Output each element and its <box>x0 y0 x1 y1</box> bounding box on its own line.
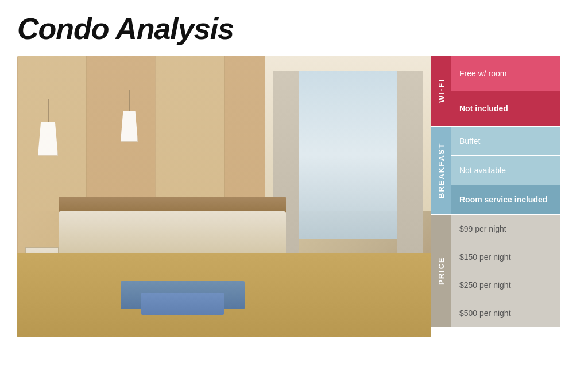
wifi-option-not-included[interactable]: Not included <box>451 91 560 126</box>
price-group: PRICE $99 per night $150 per night $250 … <box>431 215 560 327</box>
wifi-group: WI-FI Free w/ room Not included <box>431 56 560 126</box>
room-image <box>17 56 431 337</box>
breakfast-options: Buffet Not available Room service includ… <box>451 127 560 214</box>
bench <box>141 292 224 315</box>
price-option-500[interactable]: $500 per night <box>451 299 560 327</box>
breakfast-option-buffet[interactable]: Buffet <box>451 127 560 155</box>
price-option-250[interactable]: $250 per night <box>451 271 560 299</box>
price-options: $99 per night $150 per night $250 per ni… <box>451 215 560 327</box>
price-option-150[interactable]: $150 per night <box>451 243 560 271</box>
breakfast-group: BREAKFAST Buffet Not available Room serv… <box>431 127 560 214</box>
sidebar: WI-FI Free w/ room Not included BREAKFAS… <box>431 56 560 337</box>
wifi-options: Free w/ room Not included <box>451 56 560 126</box>
wifi-label: WI-FI <box>431 56 451 126</box>
breakfast-label: BREAKFAST <box>431 127 451 214</box>
curtains-right <box>397 71 422 267</box>
content-area: WI-FI Free w/ room Not included BREAKFAS… <box>17 56 571 360</box>
breakfast-option-not-available[interactable]: Not available <box>451 156 560 185</box>
groups-container: WI-FI Free w/ room Not included BREAKFAS… <box>431 56 560 337</box>
price-option-99[interactable]: $99 per night <box>451 215 560 243</box>
wifi-option-free[interactable]: Free w/ room <box>451 56 560 91</box>
breakfast-option-room-service[interactable]: Room service included <box>451 185 560 214</box>
price-label: PRICE <box>431 215 451 327</box>
lamp-right <box>121 90 138 142</box>
page-container: Condo Analysis <box>0 0 588 390</box>
lamp-left <box>38 99 58 156</box>
page-title: Condo Analysis <box>17 11 571 46</box>
window <box>286 71 410 239</box>
